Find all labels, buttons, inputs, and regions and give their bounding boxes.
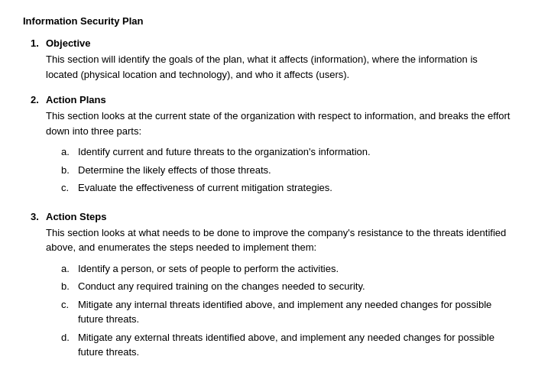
- sub-label-2-3: c.: [61, 180, 78, 196]
- sub-list-3: a.Identify a person, or sets of people t…: [46, 261, 512, 360]
- sub-label-3-1: a.: [61, 261, 78, 277]
- sub-label-3-3: c.: [61, 297, 78, 327]
- section-content-2: Action PlansThis section looks at the cu…: [46, 94, 512, 199]
- sub-item-3-3: c.Mitigate any internal threats identifi…: [61, 297, 512, 327]
- section-item-1: 1.ObjectiveThis section will identify th…: [23, 37, 512, 82]
- section-item-3: 3.Action StepsThis section looks at what…: [23, 211, 512, 363]
- sub-label-2-2: b.: [61, 163, 78, 178]
- sub-text-3-1: Identify a person, or sets of people to …: [78, 261, 512, 277]
- sub-item-3-4: d.Mitigate any external threats identifi…: [61, 330, 512, 360]
- sub-list-2: a.Identify current and future threats to…: [46, 144, 512, 196]
- section-body-3: This section looks at what needs to be d…: [46, 225, 512, 255]
- sub-text-2-1: Identify current and future threats to t…: [78, 144, 512, 160]
- sub-item-2-1: a.Identify current and future threats to…: [61, 144, 512, 160]
- sub-item-3-1: a.Identify a person, or sets of people t…: [61, 261, 512, 277]
- section-number-2: 2.: [23, 94, 46, 105]
- sub-text-2-2: Determine the likely effects of those th…: [78, 163, 512, 178]
- sub-text-3-3: Mitigate any internal threats identified…: [78, 297, 512, 327]
- section-number-3: 3.: [23, 211, 46, 222]
- section-content-3: Action StepsThis section looks at what n…: [46, 211, 512, 363]
- sub-text-2-3: Evaluate the effectiveness of current mi…: [78, 180, 512, 196]
- section-body-1: This section will identify the goals of …: [46, 52, 512, 82]
- section-content-1: ObjectiveThis section will identify the …: [46, 37, 512, 82]
- sub-item-2-3: c.Evaluate the effectiveness of current …: [61, 180, 512, 196]
- section-number-1: 1.: [23, 37, 46, 49]
- section-heading-1: Objective: [46, 37, 512, 49]
- sub-item-2-2: b.Determine the likely effects of those …: [61, 163, 512, 178]
- section-body-2: This section looks at the current state …: [46, 109, 512, 138]
- sub-label-3-2: b.: [61, 279, 78, 294]
- sub-label-3-4: d.: [61, 330, 78, 360]
- section-heading-2: Action Plans: [46, 94, 512, 105]
- document-title: Information Security Plan: [23, 15, 512, 27]
- section-heading-3: Action Steps: [46, 211, 512, 222]
- document-container: Information Security Plan 1.ObjectiveThi…: [23, 15, 512, 363]
- main-list: 1.ObjectiveThis section will identify th…: [23, 37, 512, 363]
- sub-text-3-2: Conduct any required training on the cha…: [78, 279, 512, 294]
- sub-label-2-1: a.: [61, 144, 78, 160]
- section-item-2: 2.Action PlansThis section looks at the …: [23, 94, 512, 199]
- sub-item-3-2: b.Conduct any required training on the c…: [61, 279, 512, 294]
- sub-text-3-4: Mitigate any external threats identified…: [78, 330, 512, 360]
